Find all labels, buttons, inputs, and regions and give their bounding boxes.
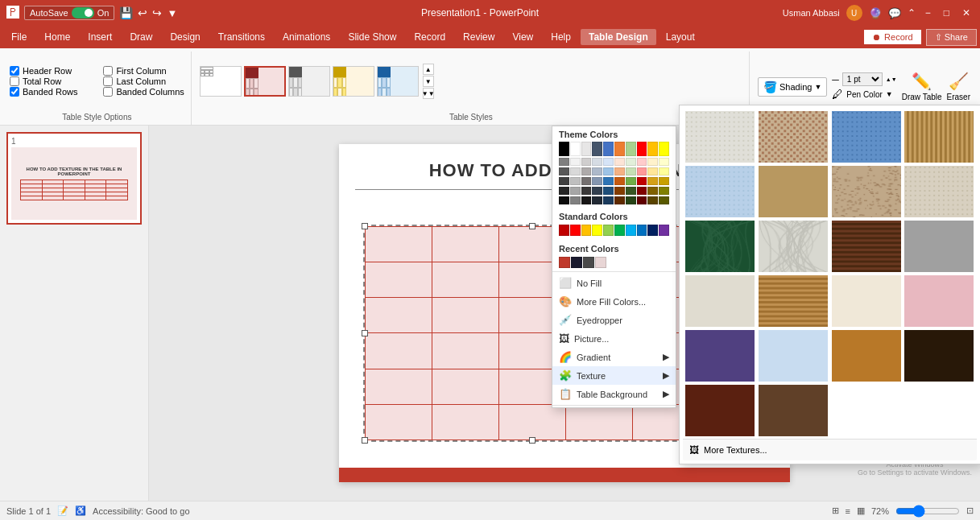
std-swatch-6[interactable] bbox=[626, 225, 636, 236]
draw-table-btn[interactable]: ✏️ Draw Table bbox=[902, 72, 942, 101]
menu-design[interactable]: Design bbox=[162, 29, 208, 45]
theme-swatch-1-1[interactable] bbox=[570, 158, 581, 166]
pen-color-btn[interactable]: 🖊 Pen Color ▼ bbox=[832, 88, 896, 101]
texture-item-cream[interactable] bbox=[831, 274, 902, 328]
theme-swatch-3-3[interactable] bbox=[592, 177, 602, 185]
view-outline-icon[interactable]: ≡ bbox=[846, 506, 850, 516]
pen-color-dropdown-icon[interactable]: ▼ bbox=[886, 90, 893, 98]
theme-swatch-3-8[interactable] bbox=[647, 177, 658, 185]
style-scroll-arrows[interactable]: ▲ ▼ ▼▼ bbox=[423, 64, 434, 99]
texture-item-purple-mesh[interactable] bbox=[684, 329, 755, 382]
handle-mid-left[interactable] bbox=[362, 330, 368, 336]
texture-item-white-marble[interactable] bbox=[758, 220, 829, 273]
ribbon-collapse-icon[interactable]: ⌃ bbox=[908, 7, 916, 19]
eraser-btn[interactable]: 🧹 Eraser bbox=[947, 72, 970, 101]
theme-swatch-5-8[interactable] bbox=[647, 196, 658, 204]
theme-swatch-0-8[interactable] bbox=[647, 142, 658, 156]
theme-swatch-0-1[interactable] bbox=[570, 142, 581, 156]
theme-swatch-1-8[interactable] bbox=[647, 158, 658, 166]
more-fill-option[interactable]: 🎨 More Fill Colors... bbox=[552, 292, 676, 311]
theme-swatch-2-4[interactable] bbox=[603, 167, 614, 175]
theme-swatch-1-6[interactable] bbox=[626, 158, 636, 166]
pen-weight-arrows[interactable]: ▲▼ bbox=[886, 76, 897, 82]
accessibility-icon[interactable]: ♿ bbox=[75, 506, 86, 516]
texture-item-cork[interactable] bbox=[831, 329, 902, 382]
last-column-checkbox[interactable]: Last Column bbox=[103, 76, 184, 86]
std-swatch-3[interactable] bbox=[592, 225, 602, 236]
menu-view[interactable]: View bbox=[504, 29, 541, 45]
std-swatch-5[interactable] bbox=[614, 225, 625, 236]
theme-swatch-2-1[interactable] bbox=[570, 167, 581, 175]
texture-option[interactable]: 🧩 Texture ▶ bbox=[552, 366, 676, 385]
close-btn[interactable]: ✕ bbox=[959, 7, 974, 19]
std-swatch-7[interactable] bbox=[637, 225, 647, 236]
texture-item-dark-stripe-wood[interactable] bbox=[758, 384, 829, 437]
theme-swatch-4-1[interactable] bbox=[570, 187, 581, 195]
theme-swatch-3-6[interactable] bbox=[626, 177, 636, 185]
theme-swatch-5-0[interactable] bbox=[559, 196, 569, 204]
theme-swatch-0-3[interactable] bbox=[592, 142, 602, 156]
theme-swatch-4-5[interactable] bbox=[614, 187, 625, 195]
handle-bottom-mid[interactable] bbox=[529, 437, 535, 444]
theme-swatch-4-7[interactable] bbox=[637, 187, 647, 195]
texture-item-newsprint[interactable] bbox=[684, 110, 755, 163]
notes-icon[interactable]: 📝 bbox=[57, 506, 68, 516]
theme-swatch-4-4[interactable] bbox=[603, 187, 614, 195]
theme-swatch-2-7[interactable] bbox=[637, 167, 647, 175]
theme-swatch-4-2[interactable] bbox=[581, 187, 592, 195]
theme-swatch-3-5[interactable] bbox=[614, 177, 625, 185]
header-row-checkbox[interactable]: Header Row bbox=[10, 66, 90, 76]
std-swatch-9[interactable] bbox=[659, 225, 669, 236]
more-textures-button[interactable]: 🖼 More Textures... bbox=[683, 439, 977, 460]
theme-swatch-4-3[interactable] bbox=[592, 187, 602, 195]
theme-swatch-0-7[interactable] bbox=[637, 142, 647, 156]
theme-swatch-3-9[interactable] bbox=[659, 177, 669, 185]
recent-swatch-3[interactable] bbox=[595, 257, 606, 268]
theme-swatch-1-3[interactable] bbox=[592, 158, 602, 166]
customize-icon[interactable]: ▼ bbox=[167, 7, 177, 19]
menu-transitions[interactable]: Transitions bbox=[210, 29, 273, 45]
theme-swatch-0-9[interactable] bbox=[659, 142, 669, 156]
menu-insert[interactable]: Insert bbox=[80, 29, 120, 45]
menu-record[interactable]: Record bbox=[406, 29, 453, 45]
theme-swatch-1-4[interactable] bbox=[603, 158, 614, 166]
maximize-btn[interactable]: □ bbox=[941, 7, 953, 19]
comments-icon[interactable]: 💬 bbox=[888, 7, 901, 19]
theme-swatch-3-0[interactable] bbox=[559, 177, 569, 185]
total-row-checkbox[interactable]: Total Row bbox=[10, 76, 90, 86]
texture-item-brown-bag[interactable] bbox=[904, 110, 974, 163]
gradient-option[interactable]: 🌈 Gradient ▶ bbox=[552, 348, 676, 366]
texture-item-fish-fossil[interactable] bbox=[831, 165, 902, 218]
texture-item-brown-marble[interactable] bbox=[831, 220, 902, 273]
std-swatch-4[interactable] bbox=[603, 225, 614, 236]
pen-weight-select[interactable]: 1 pt 0.5 pt 2 pt bbox=[842, 72, 883, 86]
table-style-3[interactable] bbox=[288, 66, 330, 97]
recent-swatch-2[interactable] bbox=[583, 257, 594, 268]
theme-swatch-0-4[interactable] bbox=[603, 142, 614, 156]
std-swatch-1[interactable] bbox=[570, 225, 581, 236]
menu-table-design[interactable]: Table Design bbox=[581, 29, 656, 45]
table-style-2[interactable] bbox=[244, 66, 286, 97]
std-swatch-2[interactable] bbox=[581, 225, 592, 236]
theme-swatch-2-8[interactable] bbox=[647, 167, 658, 175]
autosave-badge[interactable]: AutoSave On bbox=[24, 6, 114, 20]
theme-swatch-1-7[interactable] bbox=[637, 158, 647, 166]
menu-layout[interactable]: Layout bbox=[658, 29, 703, 45]
texture-item-papyrus[interactable] bbox=[758, 165, 829, 218]
slide-thumbnail-1[interactable]: 1 HOW TO ADD TEXTURE IN THE TABLE IN POW… bbox=[6, 132, 142, 225]
texture-item-granite[interactable] bbox=[904, 220, 974, 273]
theme-swatch-3-4[interactable] bbox=[603, 177, 614, 185]
theme-swatch-5-6[interactable] bbox=[626, 196, 636, 204]
menu-animations[interactable]: Animations bbox=[275, 29, 338, 45]
share-button[interactable]: ⇧ Share bbox=[926, 29, 977, 46]
theme-swatch-1-5[interactable] bbox=[614, 158, 625, 166]
theme-swatch-3-2[interactable] bbox=[581, 177, 592, 185]
texture-item-water-droplets[interactable] bbox=[684, 165, 755, 218]
theme-swatch-4-6[interactable] bbox=[626, 187, 636, 195]
banded-rows-checkbox[interactable]: Banded Rows bbox=[10, 87, 90, 97]
recent-swatch-1[interactable] bbox=[571, 257, 582, 268]
theme-swatch-1-0[interactable] bbox=[559, 158, 569, 166]
recent-swatch-0[interactable] bbox=[559, 257, 570, 268]
texture-item-blue-tissue[interactable] bbox=[831, 110, 902, 163]
undo-icon[interactable]: ↩ bbox=[138, 6, 147, 19]
